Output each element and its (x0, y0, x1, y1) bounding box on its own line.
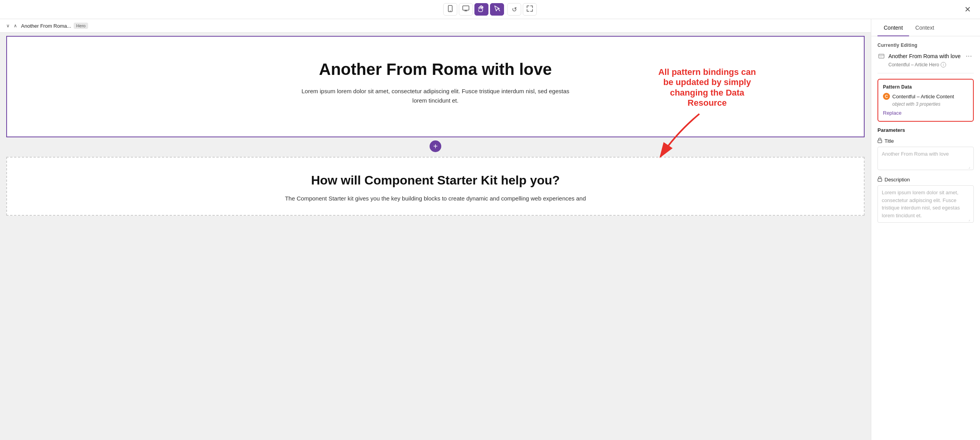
currently-editing-label: Currently Editing (877, 43, 974, 48)
breadcrumb-label: Another From Roma... (21, 23, 71, 29)
close-icon: ✕ (964, 5, 971, 14)
divider-1 (877, 73, 974, 73)
second-block-title: How will Component Starter Kit help you? (23, 173, 848, 188)
editing-item: Another From Roma with love ··· (877, 52, 974, 60)
info-icon[interactable]: i (941, 62, 946, 67)
editing-subtitle: Contentful – Article Hero i (888, 62, 974, 67)
editing-item-icon (877, 53, 885, 59)
desktop-view-button[interactable] (459, 3, 473, 16)
toolbar-icons: ↺ (443, 3, 537, 16)
toolbar: ↺ ✕ (0, 0, 980, 19)
add-section-button[interactable]: + (430, 140, 441, 152)
editing-item-left: Another From Roma with love (877, 53, 961, 59)
tab-context[interactable]: Context (909, 19, 940, 36)
refresh-button[interactable]: ↺ (507, 3, 521, 16)
object-props: object with 3 properties (892, 101, 968, 107)
svg-rect-9 (878, 140, 882, 143)
hero-block[interactable]: Another From Roma with love Lorem ipsum … (6, 36, 865, 137)
lock-icon-description (877, 176, 882, 183)
hero-title: Another From Roma with love (23, 60, 848, 79)
resize-handle-title[interactable]: ⌟ (968, 165, 972, 169)
svg-rect-10 (878, 179, 882, 181)
tab-content[interactable]: Content (877, 19, 909, 36)
breadcrumb-chevrons: ∨ ∧ (5, 22, 19, 29)
editing-item-title: Another From Roma with love (888, 53, 961, 59)
pointer-tool-button[interactable] (490, 3, 504, 16)
hero-area: Another From Roma with love Lorem ipsum … (0, 36, 871, 137)
panel-content: Currently Editing Another From Roma with… (871, 36, 980, 440)
expand-icon (527, 5, 533, 13)
lock-icon-title (877, 138, 882, 144)
second-block-description: The Component Starter kit gives you the … (23, 194, 848, 203)
resize-handle-description[interactable]: ⌟ (968, 217, 972, 221)
param-title-value-area[interactable]: Another From Roma with love ⌟ (877, 147, 974, 170)
breadcrumb-tag: Hero (74, 23, 88, 29)
parameters-label: Parameters (877, 127, 974, 133)
pattern-data-label: Pattern Data (883, 84, 968, 90)
contentful-row: C Contentful – Article Content (883, 93, 968, 100)
main-layout: ∨ ∧ Another From Roma... Hero Another Fr… (0, 19, 980, 440)
phone-view-button[interactable] (443, 3, 457, 16)
contentful-logo: C (883, 93, 890, 100)
phone-icon (447, 5, 453, 14)
more-options-button[interactable]: ··· (964, 52, 974, 60)
param-title-name: Title (884, 138, 894, 144)
add-section-row: + (6, 137, 865, 155)
canvas-area: ∨ ∧ Another From Roma... Hero Another Fr… (0, 19, 871, 440)
chevron-down-icon[interactable]: ∨ (5, 22, 11, 29)
svg-point-1 (450, 11, 451, 11)
expand-button[interactable] (523, 3, 537, 16)
right-panel: Content Context Currently Editing (871, 19, 980, 440)
second-block: How will Component Starter Kit help you?… (6, 157, 865, 216)
close-button[interactable]: ✕ (961, 3, 974, 16)
replace-link[interactable]: Replace (883, 110, 902, 116)
param-title-value: Another From Roma with love (882, 150, 969, 158)
hand-icon (478, 5, 485, 14)
breadcrumb: ∨ ∧ Another From Roma... Hero (0, 19, 871, 33)
panel-tabs: Content Context (871, 19, 980, 36)
chevron-up-icon[interactable]: ∧ (12, 22, 19, 29)
param-description-value-area[interactable]: Lorem ipsum lorem dolor sit amet, consec… (877, 185, 974, 223)
pattern-data-box: Pattern Data C Contentful – Article Cont… (877, 79, 974, 122)
pointer-icon (494, 5, 500, 14)
contentful-name: Contentful – Article Content (892, 94, 954, 99)
desktop-icon (462, 5, 469, 13)
param-description-row: Description (877, 176, 974, 183)
param-description-value: Lorem ipsum lorem dolor sit amet, consec… (882, 189, 969, 219)
param-description-name: Description (884, 177, 910, 183)
param-title-item: Title Another From Roma with love ⌟ (877, 138, 974, 170)
param-description-item: Description Lorem ipsum lorem dolor sit … (877, 176, 974, 223)
refresh-icon: ↺ (512, 6, 517, 13)
svg-rect-2 (463, 6, 469, 10)
param-title-row: Title (877, 138, 974, 144)
touch-tool-button[interactable] (474, 3, 488, 16)
hero-description: Lorem ipsum lorem dolor sit amet, consec… (299, 87, 572, 105)
